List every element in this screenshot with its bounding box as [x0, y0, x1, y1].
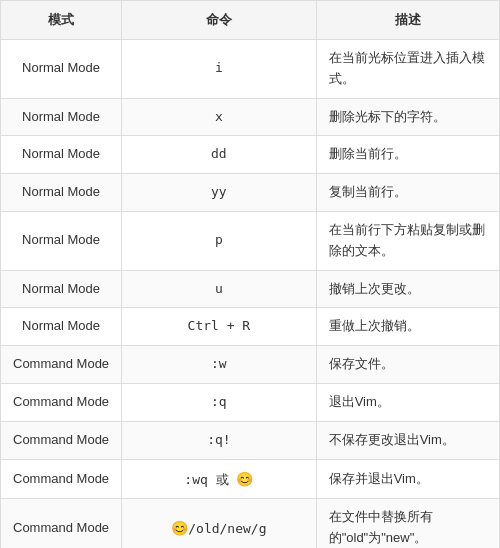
table-header-row: 模式 命令 描述: [1, 1, 500, 40]
header-command: 命令: [122, 1, 317, 40]
cell-description: 重做上次撤销。: [316, 308, 499, 346]
cell-mode: Normal Mode: [1, 136, 122, 174]
cell-command: i: [122, 40, 317, 99]
table-row: Normal Modeyy复制当前行。: [1, 174, 500, 212]
table-row: Normal Modei在当前光标位置进入插入模式。: [1, 40, 500, 99]
cell-description: 复制当前行。: [316, 174, 499, 212]
header-description: 描述: [316, 1, 499, 40]
table-row: Normal ModeCtrl + R重做上次撤销。: [1, 308, 500, 346]
vim-commands-table: 模式 命令 描述 Normal Modei在当前光标位置进入插入模式。Norma…: [0, 0, 500, 548]
cell-command: x: [122, 98, 317, 136]
table-row: Command Mode:q退出Vim。: [1, 383, 500, 421]
cell-mode: Normal Mode: [1, 308, 122, 346]
cell-mode: Normal Mode: [1, 40, 122, 99]
cell-description: 退出Vim。: [316, 383, 499, 421]
cell-description: 删除当前行。: [316, 136, 499, 174]
cell-command: yy: [122, 174, 317, 212]
table-row: Command Mode:q!不保存更改退出Vim。: [1, 421, 500, 459]
cell-description: 在文件中替换所有的"old"为"new"。: [316, 499, 499, 548]
cell-description: 在当前行下方粘贴复制或删除的文本。: [316, 211, 499, 270]
cell-mode: Normal Mode: [1, 211, 122, 270]
cell-command: Ctrl + R: [122, 308, 317, 346]
header-mode: 模式: [1, 1, 122, 40]
cell-mode: Command Mode: [1, 499, 122, 548]
cell-command: dd: [122, 136, 317, 174]
cell-command: p: [122, 211, 317, 270]
cell-command: u: [122, 270, 317, 308]
cell-description: 在当前光标位置进入插入模式。: [316, 40, 499, 99]
cell-mode: Normal Mode: [1, 270, 122, 308]
cell-description: 不保存更改退出Vim。: [316, 421, 499, 459]
cell-command: 😊/old/new/g: [122, 499, 317, 548]
cell-mode: Command Mode: [1, 421, 122, 459]
cell-command: :w: [122, 346, 317, 384]
cell-description: 保存并退出Vim。: [316, 459, 499, 499]
cell-mode: Normal Mode: [1, 98, 122, 136]
table-row: Normal Modeu撤销上次更改。: [1, 270, 500, 308]
cell-mode: Command Mode: [1, 383, 122, 421]
cell-description: 删除光标下的字符。: [316, 98, 499, 136]
cell-mode: Normal Mode: [1, 174, 122, 212]
cell-command: :q!: [122, 421, 317, 459]
cell-mode: Command Mode: [1, 459, 122, 499]
table-row: Command Mode😊/old/new/g在文件中替换所有的"old"为"n…: [1, 499, 500, 548]
table-row: Command Mode:w保存文件。: [1, 346, 500, 384]
table-row: Command Mode:wq 或 😊保存并退出Vim。: [1, 459, 500, 499]
emoji-icon: 😊: [236, 471, 253, 487]
cell-command: :q: [122, 383, 317, 421]
cell-command: :wq 或 😊: [122, 459, 317, 499]
table-row: Normal Modep在当前行下方粘贴复制或删除的文本。: [1, 211, 500, 270]
cell-mode: Command Mode: [1, 346, 122, 384]
cell-description: 保存文件。: [316, 346, 499, 384]
emoji-icon: 😊: [171, 520, 188, 536]
cell-description: 撤销上次更改。: [316, 270, 499, 308]
table-row: Normal Modex删除光标下的字符。: [1, 98, 500, 136]
table-row: Normal Modedd删除当前行。: [1, 136, 500, 174]
